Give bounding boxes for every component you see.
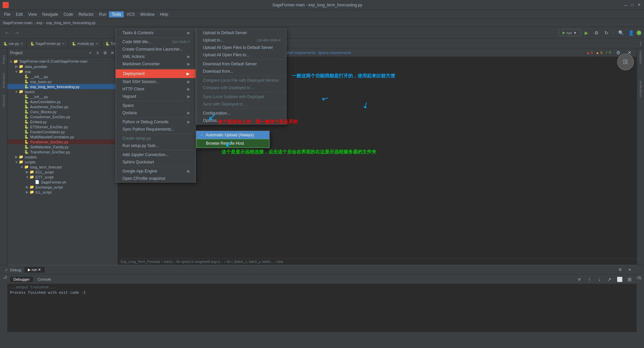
auto-upload-item[interactable]: ✓ Automatic Upload (Always)	[196, 131, 269, 139]
debug-run-tab[interactable]: ▶ run ✕	[24, 267, 44, 273]
deploy-upload-to[interactable]: Upload to... Ctrl+Alt+Shift+X	[196, 37, 286, 44]
menu-ssh[interactable]: Start SSH Session... ▶	[116, 78, 196, 85]
tree-ett[interactable]: ▼ 📁 ETT_script	[7, 175, 118, 180]
project-scroll-icon[interactable]: ≡	[95, 49, 100, 57]
breadcrumb-part2[interactable]: exp	[36, 21, 42, 25]
project-strip[interactable]: Project	[0, 50, 7, 70]
menu-window[interactable]: Window	[138, 11, 157, 17]
tree-scripts[interactable]: ▼ 📁 scripts	[7, 159, 118, 164]
project-gear-icon[interactable]: ⚙	[102, 49, 108, 57]
menu-sync-req[interactable]: Sync Python Requirements...	[116, 126, 196, 133]
code-editor[interactable]: 84 path = os.path.join(self.args.checkpo…	[118, 57, 637, 258]
debug-up-icon[interactable]: ↑	[585, 275, 594, 284]
tree-init-exp[interactable]: 🐍 __init__.py	[7, 74, 118, 79]
tree-data-provider[interactable]: ▶ 📁 data_provider	[7, 64, 118, 69]
menu-edit[interactable]: Edit	[13, 11, 25, 17]
console-tab[interactable]: Console	[34, 277, 54, 282]
toolbar-gear[interactable]: ⚙	[592, 28, 601, 37]
debug-menu-icon[interactable]: ≡	[575, 275, 584, 284]
breadcrumb-part1[interactable]: SageFormer-main	[3, 21, 33, 25]
tree-exchange[interactable]: ▶ 📁 Exchange_script	[7, 185, 118, 190]
tree-etsformer[interactable]: 🐍 ETSformer_EncDec.py	[7, 124, 118, 129]
menu-help[interactable]: Help	[157, 11, 171, 17]
close-button[interactable]: ✕	[637, 3, 641, 7]
menu-space[interactable]: Space	[116, 102, 196, 109]
deploy-upload-all-to[interactable]: Upload All Open Files to...	[196, 51, 286, 59]
tree-pyraformer[interactable]: 🐍 Pyraformer_EncDec.py	[7, 139, 118, 144]
menu-cli-launcher[interactable]: Create Command-line Launcher...	[116, 46, 196, 53]
menu-deployment[interactable]: Deployment ▶	[116, 69, 196, 78]
toolbar-forward[interactable]: →	[13, 28, 21, 37]
user-avatar[interactable]: 汉	[617, 54, 634, 70]
tree-embed[interactable]: 🐍 Embed.py	[7, 119, 118, 124]
menu-http[interactable]: HTTP Client ▶	[116, 85, 196, 93]
deploy-upload-default[interactable]: Upload to Default Server	[196, 29, 286, 37]
menu-refactor[interactable]: Refactor	[76, 11, 96, 17]
menu-view[interactable]: View	[25, 11, 40, 17]
code-bc-2[interactable]: train()	[164, 260, 173, 264]
menu-run[interactable]: Run	[96, 11, 109, 17]
minimize-button[interactable]: —	[623, 3, 628, 7]
ignore-requirements-link[interactable]: Ignore requirements	[318, 51, 351, 55]
debug-down-icon[interactable]: ↓	[595, 275, 604, 284]
tabs-more[interactable]: ⋮	[637, 39, 644, 48]
menu-xml[interactable]: XML Actions ▶	[116, 53, 196, 60]
tab-sageformer[interactable]: 🐍 SageFormer.py ✕	[27, 39, 68, 48]
database-strip[interactable]: Database	[638, 50, 644, 65]
deploy-upload-all-default[interactable]: Upload All Open Files to Default Server	[196, 44, 286, 51]
code-bc-1[interactable]: Exp_Long_Term_Forecast	[121, 260, 160, 264]
breadcrumb-part3[interactable]: exp_long_term_forecasting.py	[46, 21, 96, 25]
tab-close-run[interactable]: ✕	[20, 42, 23, 46]
project-add-icon[interactable]: +	[88, 49, 93, 57]
project-close-icon[interactable]: ✕	[110, 49, 115, 57]
notifications-strip[interactable]: Notifications	[638, 79, 644, 98]
tree-root[interactable]: ▼ 📁 SageFormer-main E:\Code\SageFormer-m…	[7, 59, 118, 64]
deploy-download-from[interactable]: Download from...	[196, 68, 286, 75]
tree-selfattn[interactable]: 🐍 SelfAttention_Family.py	[7, 144, 118, 149]
browse-remote-item[interactable]: Browse Remote Host	[196, 139, 269, 148]
tree-sageformer-sh[interactable]: 📄 SageFormer.sh	[7, 180, 118, 185]
tab-close-sageformer[interactable]: ✕	[62, 42, 65, 46]
tree-autocorr[interactable]: 🐍 AutoCorrelation.py	[7, 99, 118, 104]
install-requirements-link[interactable]: Install requirements	[283, 51, 316, 55]
tree-exp[interactable]: ▼ 📁 exp	[7, 69, 118, 74]
tree-init-layers[interactable]: 🐍 __init__.py	[7, 94, 118, 99]
tree-exp-basic[interactable]: 🐍 exp_basic.py	[7, 79, 118, 84]
tree-transformer-enc[interactable]: 🐍 Transformer_EncDec.py	[7, 149, 118, 154]
menu-vagrant[interactable]: Vagrant ▶	[116, 93, 196, 100]
tree-ill[interactable]: ▶ 📁 ILL_script	[7, 190, 118, 195]
menu-run-setup[interactable]: Run setup.py Task...	[116, 142, 196, 149]
menu-jupyter[interactable]: Add Jupyter Connection...	[116, 151, 196, 158]
menu-code[interactable]: Code	[61, 11, 76, 17]
tree-models[interactable]: ▶ 📁 models	[7, 154, 118, 159]
menu-code-with-me[interactable]: Code With Me... Ctrl+Shift+Y	[116, 38, 196, 46]
tab-module[interactable]: 🐍 module.py ✕	[68, 39, 102, 48]
debug-step-icon[interactable]: ⬜	[615, 275, 624, 284]
tree-ecl[interactable]: ▶ 📁 ECL_script	[7, 169, 118, 175]
menu-sphinx[interactable]: Sphinx Quickstart	[116, 158, 196, 166]
menu-vcs[interactable]: VCS	[124, 11, 138, 17]
deploy-config[interactable]: Configuration...	[196, 110, 286, 117]
maximize-button[interactable]: □	[630, 3, 635, 7]
debug-step-over[interactable]: ↗	[605, 275, 614, 284]
toolbar-user[interactable]: 👤	[627, 28, 635, 37]
tab-close-module[interactable]: ✕	[96, 42, 98, 46]
debug-settings-icon[interactable]: ⚙	[616, 266, 625, 274]
menu-file[interactable]: File	[1, 11, 13, 17]
debug-layout-icon[interactable]: ⊞	[625, 275, 634, 284]
debug-close-icon[interactable]: ✕	[625, 266, 634, 274]
tree-conv[interactable]: 🐍 Conv_Blocks.py	[7, 109, 118, 114]
tree-crossformer[interactable]: 🐍 Crossformer_EncDec.py	[7, 114, 118, 119]
menu-python-debug-console[interactable]: Python or Debug Console ▶	[116, 118, 196, 126]
deploy-download-default[interactable]: Download from Default Server	[196, 60, 286, 68]
menu-gae[interactable]: Google App Engine ▶	[116, 167, 196, 175]
run-button[interactable]: ▶ run ▼	[559, 29, 581, 36]
bookmarks-strip[interactable]: Bookmarks	[0, 70, 7, 90]
toolbar-back[interactable]: ←	[3, 28, 11, 37]
structure-strip[interactable]: Structure	[0, 91, 7, 111]
menu-cprofile[interactable]: Open CProfile snapshot	[116, 175, 196, 182]
code-bc-3[interactable]: for epoch in range(self.args.tr...	[176, 260, 223, 264]
menu-qodana[interactable]: Qodana ▶	[116, 109, 196, 117]
menu-markdown[interactable]: Markdown Converter ▶	[116, 60, 196, 68]
tree-exp-ltf[interactable]: 🐍 exp_long_term_forecasting.py	[7, 84, 118, 89]
